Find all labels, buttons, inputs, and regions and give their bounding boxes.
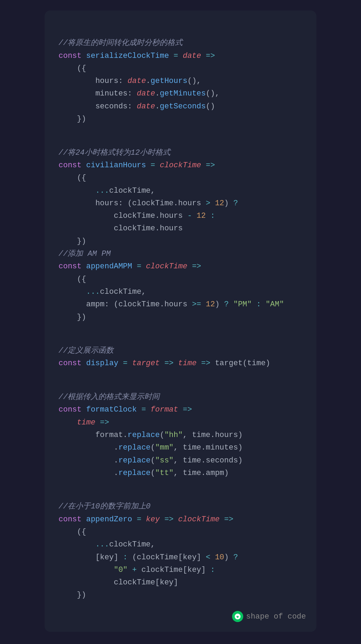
comment-5: //根据传入的格式来显示时间 <box>59 393 160 401</box>
param-clocktime-3: clockTime <box>178 515 220 524</box>
fn-civilian: civilianHours <box>86 161 146 170</box>
comment-1: //将原生的时间转化成时分秒的格式 <box>59 39 183 47</box>
watermark-text: shape of code <box>246 612 306 621</box>
param-time-2: time <box>77 418 95 427</box>
param-target: target <box>132 359 160 368</box>
watermark: shape of code <box>232 611 306 622</box>
keyword-const-1: const <box>59 52 82 60</box>
param-key: key <box>146 515 160 524</box>
fn-serialize: serializeClockTime <box>86 52 169 60</box>
fn-appendzero: appendZero <box>86 515 132 524</box>
param-clocktime-1: clockTime <box>160 161 201 170</box>
code-card: //将原生的时间转化成时分秒的格式 const serializeClockTi… <box>45 10 316 632</box>
fn-appendampm: appendAMPM <box>86 262 132 271</box>
wechat-icon <box>232 611 243 622</box>
comment-2: //将24小时格式转为12小时格式 <box>59 148 170 157</box>
comment-3: //添加 AM PM <box>59 250 111 258</box>
code-block: //将原生的时间转化成时分秒的格式 const serializeClockTi… <box>59 24 302 614</box>
param-time: time <box>178 359 197 368</box>
param-date: date <box>183 52 201 60</box>
param-clocktime-2: clockTime <box>146 262 187 271</box>
comment-4: //定义展示函数 <box>59 346 114 355</box>
comment-6: //在小于10的数字前加上0 <box>59 502 151 511</box>
phone-container: //将原生的时间转化成时分秒的格式 const serializeClockTi… <box>0 0 361 644</box>
fn-formatclock: formatClock <box>86 405 137 414</box>
fn-display: display <box>86 359 118 368</box>
param-format: format <box>151 405 178 414</box>
